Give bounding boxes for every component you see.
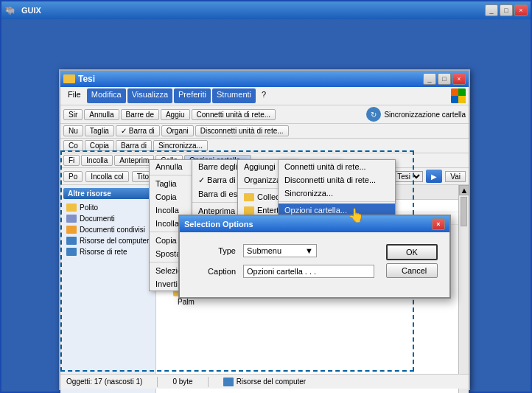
chevron-down-icon: ▼: [305, 246, 313, 255]
dialog-type-select[interactable]: Submenu ▼: [243, 244, 317, 257]
dialog-caption-row: Caption: [192, 265, 374, 278]
dialog-overlay: Selection Options × Type Submenu ▼: [60, 71, 469, 389]
outer-window: 🐃 GUIX _ □ × Tesi _ □ × File Modifica: [0, 0, 532, 393]
dialog-caption-input[interactable]: [243, 265, 374, 278]
dialog-type-row: Type Submenu ▼: [192, 244, 374, 257]
outer-body: Tesi _ □ × File Modifica Visualizza Pref…: [1, 19, 531, 392]
outer-minimize-button[interactable]: _: [485, 4, 498, 16]
dialog-type-label: Type: [192, 246, 236, 255]
guix-logo-icon: 🐃: [4, 5, 15, 15]
dialog-ok-button[interactable]: OK: [386, 244, 438, 260]
dialog-titlebar: Selection Options ×: [180, 216, 449, 232]
dialog-form: Type Submenu ▼ Caption: [192, 244, 438, 285]
dialog-title: Selection Options: [184, 220, 253, 229]
dialog-fields: Type Submenu ▼ Caption: [192, 244, 374, 285]
outer-titlebar: 🐃 GUIX _ □ ×: [1, 1, 531, 19]
dialog-cancel-button[interactable]: Cancel: [386, 263, 438, 278]
inner-window: Tesi _ □ × File Modifica Visualizza Pref…: [59, 69, 470, 390]
outer-title: GUIX: [21, 6, 482, 15]
dialog-buttons: OK Cancel: [386, 244, 438, 278]
selection-options-dialog: Selection Options × Type Submenu ▼: [178, 215, 451, 299]
dialog-type-value: Submenu: [247, 246, 281, 255]
outer-window-controls: _ □ ×: [485, 4, 528, 16]
outer-close-button[interactable]: ×: [514, 4, 528, 16]
dialog-close-button[interactable]: ×: [432, 218, 445, 230]
outer-maximize-button[interactable]: □: [500, 4, 513, 16]
dialog-caption-label: Caption: [192, 267, 236, 276]
dialog-body: Type Submenu ▼ Caption: [180, 232, 449, 297]
